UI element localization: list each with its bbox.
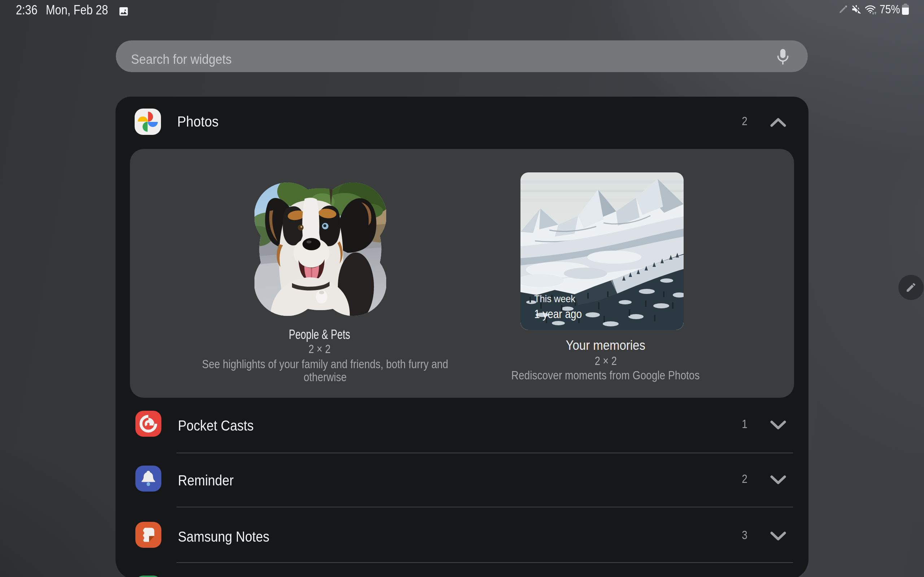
svg-text:This week: This week (534, 293, 576, 305)
svg-text:1 year ago: 1 year ago (534, 307, 582, 321)
